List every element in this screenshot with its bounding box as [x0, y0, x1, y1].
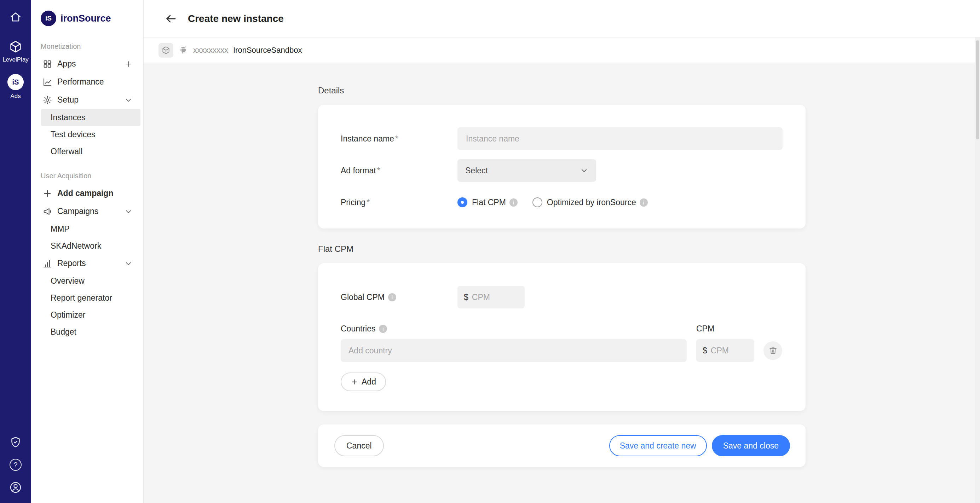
back-button[interactable]	[164, 13, 177, 25]
sidebar-subitem-label: Report generator	[51, 293, 112, 303]
currency-symbol: $	[703, 346, 707, 355]
sidebar-subitem-label: MMP	[51, 224, 70, 234]
sidebar-item-test-devices[interactable]: Test devices	[41, 126, 140, 143]
sidebar-item-report-generator[interactable]: Report generator	[41, 289, 140, 306]
pricing-option-optimized[interactable]: Optimized by ironSource	[533, 197, 648, 207]
plus-icon	[351, 378, 358, 385]
sidebar-item-label: Reports	[57, 259, 86, 268]
left-rail: LevelPlay iS Ads	[0, 0, 31, 503]
sidebar-item-add-campaign[interactable]: Add campaign	[31, 184, 143, 202]
user-icon	[9, 481, 22, 494]
app-id: xxxxxxxxx	[193, 46, 228, 55]
sidebar-subitem-label: Budget	[51, 327, 76, 337]
country-cpm-row: $	[341, 339, 783, 362]
sidebar-item-instances[interactable]: Instances	[41, 109, 140, 126]
info-icon[interactable]	[640, 199, 648, 207]
app-cube-badge	[159, 43, 173, 58]
info-icon[interactable]	[509, 199, 518, 207]
sidebar-item-setup[interactable]: Setup	[31, 91, 143, 109]
ad-format-select[interactable]: Select	[457, 159, 596, 182]
sidebar-item-label: Campaigns	[57, 207, 99, 216]
save-and-create-new-button[interactable]: Save and create new	[609, 435, 707, 456]
ads-nav[interactable]: iS Ads	[8, 74, 24, 100]
levelplay-nav[interactable]: LevelPlay	[3, 40, 29, 63]
help-button[interactable]	[9, 458, 22, 471]
info-icon[interactable]	[388, 293, 396, 301]
brand-logo[interactable]: iS ironSource	[31, 11, 143, 26]
ad-format-label: Ad format *	[341, 166, 457, 175]
home-button[interactable]	[9, 11, 22, 23]
sidebar-item-reports[interactable]: Reports	[31, 254, 143, 272]
plus-icon	[124, 60, 133, 68]
radio-label: Optimized by ironSource	[547, 198, 636, 207]
global-cpm-field[interactable]: $	[457, 286, 525, 309]
select-value: Select	[465, 166, 488, 175]
cpm-column-label: CPM	[696, 324, 714, 334]
global-cpm-label: Global CPM	[341, 293, 457, 302]
form-container: Details Instance name * Ad format *	[318, 86, 806, 467]
chevron-down-icon	[124, 96, 133, 104]
account-button[interactable]	[9, 481, 22, 494]
ironsource-logo-icon: iS	[41, 11, 56, 26]
brand-name: ironSource	[60, 13, 111, 24]
country-cpm-input[interactable]	[711, 346, 748, 355]
info-icon[interactable]	[379, 325, 387, 333]
megaphone-icon	[43, 207, 52, 216]
chevron-down-icon	[124, 207, 133, 216]
cancel-button[interactable]: Cancel	[334, 435, 384, 456]
ads-label: Ads	[10, 93, 21, 100]
sidebar-item-apps[interactable]: Apps	[31, 55, 143, 73]
section-monetization: Monetization	[41, 43, 143, 51]
currency-symbol: $	[464, 293, 468, 302]
details-card: Instance name * Ad format * Select	[318, 105, 806, 229]
action-bar: Cancel Save and create new Save and clos…	[318, 425, 806, 467]
scrollbar-thumb[interactable]	[976, 40, 979, 139]
radio-selected-icon[interactable]	[457, 197, 467, 207]
required-mark: *	[366, 198, 370, 207]
sidebar-item-offerwall[interactable]: Offerwall	[41, 143, 140, 160]
label-text: Countries	[341, 324, 375, 334]
add-country-input[interactable]	[341, 339, 687, 362]
sidebar-item-overview[interactable]: Overview	[41, 272, 140, 289]
ironsource-ads-icon: iS	[8, 74, 24, 90]
page-title: Create new instance	[188, 13, 284, 24]
save-and-close-button[interactable]: Save and close	[712, 435, 790, 456]
sidebar-subitem-label: Offerwall	[51, 147, 83, 156]
section-user-acquisition: User Acquisition	[41, 172, 143, 180]
required-mark: *	[377, 166, 380, 175]
country-cpm-field[interactable]: $	[696, 339, 754, 362]
home-icon	[9, 11, 22, 23]
add-country-row-button[interactable]: Add	[341, 372, 386, 391]
add-app-button[interactable]	[124, 60, 133, 68]
sidebar-item-label: Add campaign	[57, 189, 113, 198]
pricing-label: Pricing *	[341, 198, 457, 207]
content-scroll-area: Details Instance name * Ad format *	[144, 63, 980, 503]
pricing-row: Pricing * Flat CPM Optimized by ironSour…	[341, 191, 783, 214]
pricing-option-flat-cpm[interactable]: Flat CPM	[457, 197, 518, 207]
levelplay-cube-icon	[8, 40, 23, 54]
radio-unselected-icon[interactable]	[533, 197, 542, 207]
cube-icon	[161, 46, 170, 55]
instance-name-input[interactable]	[457, 127, 783, 150]
countries-label: Countries	[341, 324, 687, 334]
app-selector[interactable]: xxxxxxxxx IronSourceSandbox	[144, 38, 980, 63]
privacy-shield-button[interactable]	[9, 436, 22, 449]
sidebar-item-optimizer[interactable]: Optimizer	[41, 306, 140, 323]
global-cpm-input[interactable]	[472, 293, 518, 302]
sidebar-item-campaigns[interactable]: Campaigns	[31, 202, 143, 220]
sidebar-item-mmp[interactable]: MMP	[41, 220, 140, 237]
app-name: IronSourceSandbox	[233, 46, 302, 55]
countries-header: Countries CPM	[341, 324, 783, 334]
sidebar-item-skadnetwork[interactable]: SKAdNetwork	[41, 237, 140, 254]
line-chart-icon	[43, 77, 52, 87]
gear-icon	[43, 95, 52, 105]
sidebar-item-budget[interactable]: Budget	[41, 323, 140, 340]
sidebar: iS ironSource Monetization Apps	[31, 0, 144, 503]
details-section-title: Details	[318, 86, 806, 96]
required-mark: *	[395, 134, 398, 143]
label-text: Instance name	[341, 134, 394, 143]
sidebar-item-performance[interactable]: Performance	[31, 73, 143, 91]
scrollbar-track[interactable]	[975, 38, 980, 503]
flat-cpm-card: Global CPM $ Countries CPM	[318, 263, 806, 411]
delete-row-button[interactable]	[764, 341, 782, 360]
